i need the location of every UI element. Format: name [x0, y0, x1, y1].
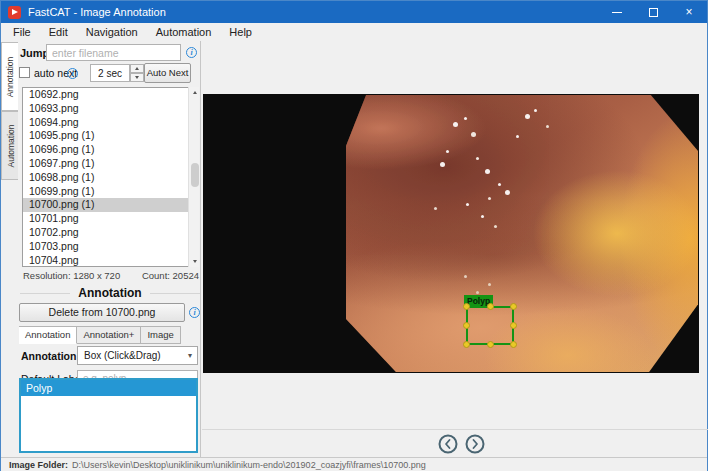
- spinner-up-button[interactable]: [130, 64, 144, 73]
- section-title: Annotation: [70, 286, 149, 300]
- file-list-item[interactable]: 10702.png: [23, 226, 198, 240]
- side-tab-annotation[interactable]: Annotation: [1, 42, 18, 111]
- resize-handle[interactable]: [463, 322, 470, 329]
- status-path: D:\Users\kevin\Desktop\uniklinikum\unikl…: [72, 460, 426, 470]
- auto-next-checkbox[interactable]: [19, 67, 30, 78]
- count-label: Count:: [142, 270, 170, 281]
- close-button[interactable]: ×: [671, 1, 707, 23]
- resize-handle[interactable]: [463, 341, 470, 348]
- auto-next-button[interactable]: Auto Next: [144, 63, 191, 83]
- next-image-button[interactable]: [465, 434, 485, 454]
- resize-handle[interactable]: [463, 303, 470, 310]
- left-panel: Jump i auto next i 2 sec Auto Next 10692…: [18, 41, 201, 457]
- close-icon: ×: [685, 5, 692, 19]
- annotation-tab[interactable]: Image: [141, 326, 180, 344]
- file-list-item[interactable]: 10703.png: [23, 240, 198, 254]
- file-list-item[interactable]: 10695.png (1): [23, 129, 198, 143]
- menu-item[interactable]: Navigation: [77, 23, 147, 41]
- annotation-section-header: Annotation: [20, 286, 200, 300]
- scrollbar-thumb[interactable]: [191, 163, 199, 187]
- jump-info-icon[interactable]: i: [186, 47, 197, 58]
- count-value: 20524: [173, 270, 199, 281]
- annotation-mode-label: Annotation: [21, 350, 76, 362]
- resize-handle[interactable]: [510, 341, 517, 348]
- file-list-item[interactable]: 10692.png: [23, 88, 198, 102]
- label-list-item[interactable]: Polyp: [21, 380, 196, 396]
- window-title: FastCAT - Image Annotation: [28, 6, 166, 18]
- viewer-divider: [202, 429, 708, 430]
- spinner-down-button[interactable]: [130, 73, 144, 82]
- specular-highlights: [346, 95, 349, 98]
- resize-handle[interactable]: [487, 303, 494, 310]
- resize-handle[interactable]: [487, 341, 494, 348]
- maximize-icon: [649, 8, 658, 17]
- resize-handle[interactable]: [510, 303, 517, 310]
- resolution-value: 1280 x 720: [73, 270, 120, 281]
- spinner-down-icon: [135, 76, 139, 79]
- file-list-item[interactable]: 10700.png (1): [23, 198, 198, 212]
- minimize-button[interactable]: [599, 1, 635, 23]
- side-tab-automation[interactable]: Automation: [1, 111, 18, 180]
- file-list-item[interactable]: 10697.png (1): [23, 157, 198, 171]
- scrollbar-down-icon[interactable]: [189, 256, 200, 267]
- file-list-item[interactable]: 10693.png: [23, 102, 198, 116]
- file-list[interactable]: 10692.png10693.png10694.png10695.png (1)…: [22, 87, 199, 267]
- file-list-item[interactable]: 10701.png: [23, 212, 198, 226]
- annotation-bounding-box[interactable]: [466, 306, 514, 345]
- menu-item[interactable]: Edit: [40, 23, 77, 41]
- app-icon: [8, 6, 21, 19]
- resize-handle[interactable]: [510, 322, 517, 329]
- annotation-mode-select[interactable]: Box (Click&Drag) ▾: [77, 346, 198, 365]
- label-listbox[interactable]: Polyp: [19, 378, 198, 453]
- menu-bar: FileEditNavigationAutomationHelp: [1, 23, 707, 41]
- chevron-right-circle-icon: [465, 434, 485, 454]
- file-list-item[interactable]: 10696.png (1): [23, 143, 198, 157]
- file-list-item[interactable]: 10694.png: [23, 116, 198, 130]
- jump-label: Jump: [20, 47, 49, 59]
- interval-spinner-value[interactable]: 2 sec: [90, 64, 130, 82]
- annotation-tab[interactable]: Annotation+: [77, 326, 141, 344]
- minimize-icon: [612, 12, 622, 13]
- file-list-item[interactable]: 10699.png (1): [23, 185, 198, 199]
- auto-next-info-icon[interactable]: i: [67, 68, 78, 79]
- status-bar: Image Folder: D:\Users\kevin\Desktop\uni…: [1, 457, 707, 471]
- status-label: Image Folder:: [9, 460, 68, 470]
- delete-annotation-button[interactable]: Delete from 10700.png: [19, 303, 185, 322]
- menu-item[interactable]: Automation: [147, 23, 221, 41]
- menu-item[interactable]: Help: [220, 23, 261, 41]
- annotation-tabs: AnnotationAnnotation+Image: [19, 326, 181, 344]
- jump-input[interactable]: [46, 44, 181, 61]
- chevron-left-circle-icon: [438, 434, 458, 454]
- endoscopy-image[interactable]: [346, 95, 698, 372]
- app-window: FastCAT - Image Annotation × FileEditNav…: [0, 0, 708, 471]
- resolution-label: Resolution:: [23, 270, 71, 281]
- annotation-tab[interactable]: Annotation: [19, 326, 77, 344]
- chevron-down-icon: ▾: [188, 347, 192, 364]
- menu-item[interactable]: File: [4, 23, 40, 41]
- title-bar: FastCAT - Image Annotation ×: [1, 1, 707, 23]
- delete-info-icon[interactable]: i: [189, 307, 200, 318]
- scrollbar-up-icon[interactable]: [189, 87, 200, 98]
- spinner-up-icon: [135, 67, 139, 70]
- previous-image-button[interactable]: [438, 434, 458, 454]
- maximize-button[interactable]: [635, 1, 671, 23]
- interval-spinner-arrows: [130, 64, 144, 82]
- file-list-item[interactable]: 10704.png: [23, 254, 198, 267]
- image-viewport[interactable]: [203, 94, 699, 373]
- file-list-scrollbar[interactable]: [188, 87, 199, 267]
- file-list-item[interactable]: 10698.png (1): [23, 171, 198, 185]
